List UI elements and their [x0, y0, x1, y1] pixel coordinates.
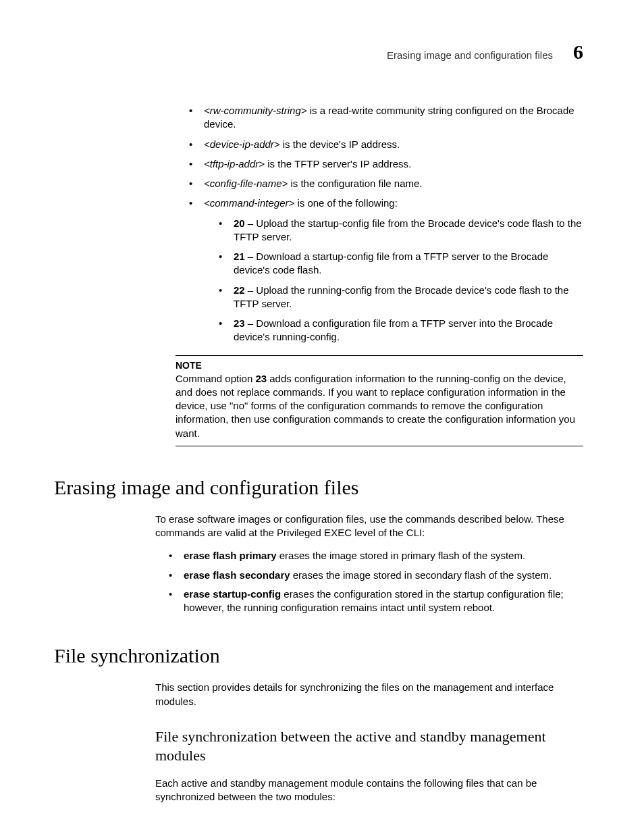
parameter-list: <rw-community-string> is a read-write co… — [176, 104, 583, 344]
option-desc: – Download a configuration file from a T… — [234, 317, 553, 342]
option-desc: – Upload the running-config from the Bro… — [234, 284, 569, 309]
command-name: erase flash primary — [184, 550, 277, 561]
section-heading-sync: File synchronization — [54, 644, 590, 667]
list-item: <device-ip-addr> is the device's IP addr… — [189, 138, 583, 151]
erase-intro: To erase software images or configuratio… — [155, 513, 583, 540]
param-term: <config-file-name> — [204, 178, 288, 189]
option-desc: – Upload the startup-config file from th… — [234, 217, 582, 242]
option-num: 22 — [234, 284, 245, 296]
sync-body: Each active and standby management modul… — [155, 777, 583, 804]
list-item: <config-file-name> is the configuration … — [189, 177, 583, 190]
param-desc: is one of the following: — [294, 197, 398, 209]
list-item: 23 – Download a configuration file from … — [219, 317, 583, 344]
header-title: Erasing image and configuration files — [387, 49, 553, 61]
param-desc: is the device's IP address. — [280, 138, 400, 150]
option-num: 20 — [234, 217, 245, 229]
param-desc: is the TFTP server's IP address. — [265, 158, 411, 170]
parameter-list-block: <rw-community-string> is a read-write co… — [176, 104, 583, 344]
list-item: erase flash primary erases the image sto… — [169, 549, 583, 563]
param-term: <command-integer> — [204, 197, 294, 209]
option-num: 21 — [234, 251, 245, 262]
command-integer-list: 20 – Upload the startup-config file from… — [204, 217, 583, 344]
command-name: erase startup-config — [184, 588, 281, 600]
param-term: <tftp-ip-addr> — [204, 158, 265, 170]
list-item: 20 – Upload the startup-config file from… — [219, 217, 583, 244]
list-item: <tftp-ip-addr> is the TFTP server's IP a… — [189, 157, 583, 171]
note-pre: Command option — [176, 373, 255, 384]
command-desc: erases the image stored in primary flash… — [277, 550, 526, 561]
list-item: erase flash secondary erases the image s… — [169, 569, 583, 582]
list-item: 21 – Download a startup-config file from… — [219, 250, 583, 278]
note-text: Command option 23 adds configuration inf… — [176, 372, 583, 440]
note-block: NOTE Command option 23 adds configuratio… — [176, 355, 583, 446]
option-num: 23 — [234, 317, 245, 329]
sync-intro: This section provides details for synchr… — [155, 681, 583, 708]
note-opt: 23 — [255, 373, 267, 384]
list-item: erase startup-config erases the configur… — [169, 588, 583, 615]
option-desc: – Download a startup-config file from a … — [234, 251, 548, 276]
command-desc: erases the image stored in secondary fla… — [290, 569, 552, 581]
erase-command-list: erase flash primary erases the image sto… — [169, 549, 583, 615]
command-name: erase flash secondary — [184, 569, 290, 581]
list-item: <command-integer> is one of the followin… — [189, 197, 583, 344]
subsection-heading: File synchronization between the active … — [155, 727, 583, 766]
list-item: 22 – Upload the running-config from the … — [219, 284, 583, 311]
list-item: <rw-community-string> is a read-write co… — [189, 104, 583, 132]
param-term: <device-ip-addr> — [204, 138, 280, 150]
chapter-number: 6 — [573, 41, 583, 63]
section-heading-erasing: Erasing image and configuration files — [54, 476, 590, 499]
param-desc: is the configuration file name. — [288, 178, 422, 189]
param-term: <rw-community-string> — [204, 105, 307, 116]
page-header: Erasing image and configuration files 6 — [54, 41, 590, 63]
note-label: NOTE — [176, 360, 583, 371]
